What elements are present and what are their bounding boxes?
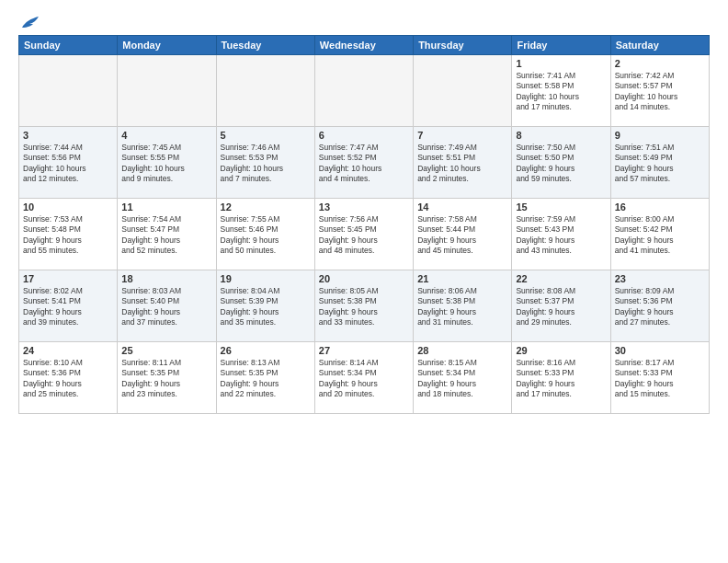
calendar-day-cell: [314, 55, 413, 127]
page: SundayMondayTuesdayWednesdayThursdayFrid…: [0, 0, 728, 563]
day-number: 30: [615, 345, 705, 356]
day-number: 12: [221, 201, 311, 213]
calendar-day-cell: 15Sunrise: 7:59 AMSunset: 5:43 PMDayligh…: [512, 199, 610, 270]
calendar-day-cell: 10Sunrise: 7:53 AMSunset: 5:48 PMDayligh…: [19, 199, 118, 270]
calendar-day-cell: 1Sunrise: 7:41 AMSunset: 5:58 PMDaylight…: [512, 55, 610, 127]
day-info: Sunrise: 8:05 AMSunset: 5:38 PMDaylight:…: [319, 286, 409, 328]
weekday-header: Sunday: [19, 36, 118, 55]
calendar-day-cell: 28Sunrise: 8:15 AMSunset: 5:34 PMDayligh…: [414, 342, 512, 414]
day-info: Sunrise: 8:10 AMSunset: 5:36 PMDaylight:…: [23, 358, 113, 400]
calendar-day-cell: [19, 55, 118, 127]
calendar-week-row: 3Sunrise: 7:44 AMSunset: 5:56 PMDaylight…: [19, 127, 710, 199]
day-number: 20: [319, 273, 409, 284]
calendar-day-cell: 27Sunrise: 8:14 AMSunset: 5:34 PMDayligh…: [314, 342, 413, 414]
day-number: 21: [417, 273, 507, 284]
day-info: Sunrise: 7:51 AMSunset: 5:49 PMDaylight:…: [615, 143, 705, 185]
calendar-day-cell: 4Sunrise: 7:45 AMSunset: 5:55 PMDaylight…: [118, 127, 216, 199]
calendar-day-cell: 8Sunrise: 7:50 AMSunset: 5:50 PMDaylight…: [512, 127, 610, 199]
calendar-day-cell: 16Sunrise: 8:00 AMSunset: 5:42 PMDayligh…: [610, 199, 709, 270]
day-info: Sunrise: 8:17 AMSunset: 5:33 PMDaylight:…: [615, 358, 705, 400]
day-info: Sunrise: 7:42 AMSunset: 5:57 PMDaylight:…: [615, 71, 705, 113]
day-number: 8: [516, 130, 606, 141]
calendar-day-cell: 19Sunrise: 8:04 AMSunset: 5:39 PMDayligh…: [216, 270, 314, 342]
day-number: 17: [23, 273, 113, 284]
calendar-day-cell: [216, 55, 314, 127]
calendar-day-cell: 6Sunrise: 7:47 AMSunset: 5:52 PMDaylight…: [314, 127, 413, 199]
day-info: Sunrise: 7:44 AMSunset: 5:56 PMDaylight:…: [23, 143, 113, 185]
day-info: Sunrise: 8:13 AMSunset: 5:35 PMDaylight:…: [221, 358, 311, 400]
day-info: Sunrise: 8:03 AMSunset: 5:40 PMDaylight:…: [121, 286, 211, 328]
calendar-day-cell: 17Sunrise: 8:02 AMSunset: 5:41 PMDayligh…: [19, 270, 118, 342]
weekday-header: Wednesday: [314, 36, 413, 55]
day-number: 7: [417, 130, 507, 141]
day-number: 1: [516, 58, 606, 69]
calendar-week-row: 24Sunrise: 8:10 AMSunset: 5:36 PMDayligh…: [19, 342, 710, 414]
calendar-week-row: 1Sunrise: 7:41 AMSunset: 5:58 PMDaylight…: [19, 55, 710, 127]
weekday-header: Friday: [512, 36, 610, 55]
day-info: Sunrise: 7:47 AMSunset: 5:52 PMDaylight:…: [319, 143, 409, 185]
day-number: 6: [319, 130, 409, 141]
day-info: Sunrise: 8:15 AMSunset: 5:34 PMDaylight:…: [417, 358, 507, 400]
calendar-day-cell: 29Sunrise: 8:16 AMSunset: 5:33 PMDayligh…: [512, 342, 610, 414]
day-info: Sunrise: 8:16 AMSunset: 5:33 PMDaylight:…: [516, 358, 606, 400]
day-number: 24: [23, 345, 113, 356]
logo: [18, 15, 40, 28]
day-info: Sunrise: 7:53 AMSunset: 5:48 PMDaylight:…: [23, 214, 113, 257]
day-info: Sunrise: 8:00 AMSunset: 5:42 PMDaylight:…: [615, 214, 705, 257]
weekday-header: Tuesday: [216, 36, 314, 55]
day-number: 3: [23, 130, 113, 141]
day-number: 16: [615, 201, 705, 213]
day-info: Sunrise: 8:09 AMSunset: 5:36 PMDaylight:…: [615, 286, 705, 328]
day-info: Sunrise: 7:58 AMSunset: 5:44 PMDaylight:…: [417, 214, 507, 257]
day-info: Sunrise: 7:46 AMSunset: 5:53 PMDaylight:…: [221, 143, 311, 185]
day-number: 5: [221, 130, 311, 141]
day-number: 19: [221, 273, 311, 284]
calendar-day-cell: 30Sunrise: 8:17 AMSunset: 5:33 PMDayligh…: [610, 342, 709, 414]
calendar-day-cell: 12Sunrise: 7:55 AMSunset: 5:46 PMDayligh…: [216, 199, 314, 270]
day-info: Sunrise: 7:49 AMSunset: 5:51 PMDaylight:…: [417, 143, 507, 185]
calendar-header-row: SundayMondayTuesdayWednesdayThursdayFrid…: [19, 36, 710, 55]
day-number: 25: [121, 345, 211, 356]
calendar-day-cell: 13Sunrise: 7:56 AMSunset: 5:45 PMDayligh…: [314, 199, 413, 270]
calendar-day-cell: [414, 55, 512, 127]
calendar-day-cell: 25Sunrise: 8:11 AMSunset: 5:35 PMDayligh…: [118, 342, 216, 414]
day-info: Sunrise: 7:54 AMSunset: 5:47 PMDaylight:…: [121, 214, 211, 257]
day-number: 18: [121, 273, 211, 284]
calendar-day-cell: 14Sunrise: 7:58 AMSunset: 5:44 PMDayligh…: [414, 199, 512, 270]
day-info: Sunrise: 7:50 AMSunset: 5:50 PMDaylight:…: [516, 143, 606, 185]
day-number: 29: [516, 345, 606, 356]
calendar-day-cell: 22Sunrise: 8:08 AMSunset: 5:37 PMDayligh…: [512, 270, 610, 342]
logo-text: [18, 15, 40, 31]
day-number: 27: [319, 345, 409, 356]
day-info: Sunrise: 8:06 AMSunset: 5:38 PMDaylight:…: [417, 286, 507, 328]
calendar-day-cell: 26Sunrise: 8:13 AMSunset: 5:35 PMDayligh…: [216, 342, 314, 414]
calendar-day-cell: 7Sunrise: 7:49 AMSunset: 5:51 PMDaylight…: [414, 127, 512, 199]
calendar-day-cell: 11Sunrise: 7:54 AMSunset: 5:47 PMDayligh…: [118, 199, 216, 270]
day-info: Sunrise: 8:11 AMSunset: 5:35 PMDaylight:…: [121, 358, 211, 400]
calendar-day-cell: 5Sunrise: 7:46 AMSunset: 5:53 PMDaylight…: [216, 127, 314, 199]
logo-bird-icon: [20, 15, 40, 31]
calendar-day-cell: 24Sunrise: 8:10 AMSunset: 5:36 PMDayligh…: [19, 342, 118, 414]
day-number: 13: [319, 201, 409, 213]
day-number: 2: [615, 58, 705, 69]
day-number: 23: [615, 273, 705, 284]
weekday-header: Thursday: [414, 36, 512, 55]
calendar-day-cell: [118, 55, 216, 127]
day-info: Sunrise: 7:45 AMSunset: 5:55 PMDaylight:…: [121, 143, 211, 185]
header: [18, 15, 710, 28]
day-info: Sunrise: 7:56 AMSunset: 5:45 PMDaylight:…: [319, 214, 409, 257]
day-number: 26: [221, 345, 311, 356]
day-number: 15: [516, 201, 606, 213]
day-number: 9: [615, 130, 705, 141]
calendar: SundayMondayTuesdayWednesdayThursdayFrid…: [18, 35, 710, 414]
day-number: 11: [121, 201, 211, 213]
calendar-day-cell: 20Sunrise: 8:05 AMSunset: 5:38 PMDayligh…: [314, 270, 413, 342]
day-info: Sunrise: 8:04 AMSunset: 5:39 PMDaylight:…: [221, 286, 311, 328]
calendar-day-cell: 23Sunrise: 8:09 AMSunset: 5:36 PMDayligh…: [610, 270, 709, 342]
day-info: Sunrise: 7:55 AMSunset: 5:46 PMDaylight:…: [221, 214, 311, 257]
day-number: 14: [417, 201, 507, 213]
day-info: Sunrise: 8:02 AMSunset: 5:41 PMDaylight:…: [23, 286, 113, 328]
calendar-week-row: 10Sunrise: 7:53 AMSunset: 5:48 PMDayligh…: [19, 199, 710, 270]
calendar-day-cell: 9Sunrise: 7:51 AMSunset: 5:49 PMDaylight…: [610, 127, 709, 199]
calendar-day-cell: 21Sunrise: 8:06 AMSunset: 5:38 PMDayligh…: [414, 270, 512, 342]
